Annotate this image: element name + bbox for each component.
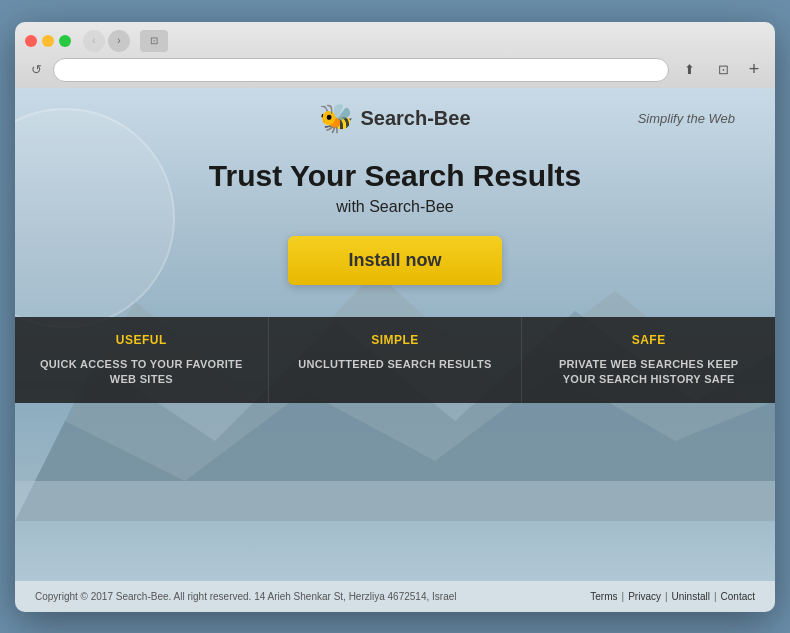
browser-content: 🐝 Search-Bee Simplify the Web Trust Your… [15,88,775,581]
site-header: 🐝 Search-Bee Simplify the Web [15,88,775,149]
svg-marker-3 [15,481,775,521]
feature-useful-label: USEFUL [35,333,248,347]
minimize-button[interactable] [42,35,54,47]
footer-link-contact[interactable]: Contact [721,591,755,602]
share-button[interactable]: ⬆ [675,59,703,81]
forward-button[interactable]: › [108,30,130,52]
tab-view-button[interactable]: ⊡ [140,30,168,52]
bee-logo-icon: 🐝 [319,102,354,135]
feature-safe-desc: PRIVATE WEB SEARCHES KEEP YOUR SEARCH HI… [542,357,755,388]
footer-links: Terms | Privacy | Uninstall | Contact [590,591,755,602]
address-bar-row: ↺ ⬆ ⊡ + [25,58,765,88]
hero-title: Trust Your Search Results [209,159,581,192]
feature-safe-label: SAFE [542,333,755,347]
footer-sep-1: | [622,591,625,602]
hero-section: Trust Your Search Results with Search-Be… [189,149,601,301]
footer-link-uninstall[interactable]: Uninstall [672,591,710,602]
footer-sep-3: | [714,591,717,602]
feature-safe: SAFE PRIVATE WEB SEARCHES KEEP YOUR SEAR… [522,317,775,404]
bookmark-button[interactable]: ⊡ [709,59,737,81]
back-button[interactable]: ‹ [83,30,105,52]
address-bar[interactable] [53,58,669,82]
browser-window: ‹ › ⊡ ↺ ⬆ ⊡ + [15,22,775,612]
footer-link-privacy[interactable]: Privacy [628,591,661,602]
logo-area: 🐝 Search-Bee [319,102,470,135]
browser-actions: ⬆ ⊡ + [675,59,765,81]
feature-simple-label: SIMPLE [289,333,502,347]
traffic-lights [25,35,71,47]
maximize-button[interactable] [59,35,71,47]
site-footer: Copyright © 2017 Search-Bee. All right r… [15,581,775,612]
new-tab-button[interactable]: + [743,59,765,81]
footer-sep-2: | [665,591,668,602]
logo-text: Search-Bee [360,107,470,130]
footer-copyright: Copyright © 2017 Search-Bee. All right r… [35,591,456,602]
nav-buttons: ‹ › [83,30,130,52]
tagline: Simplify the Web [638,111,735,126]
reload-button[interactable]: ↺ [25,59,47,81]
install-button[interactable]: Install now [288,236,501,285]
features-section: USEFUL QUICK ACCESS TO YOUR FAVORITE WEB… [15,317,775,404]
feature-useful-desc: QUICK ACCESS TO YOUR FAVORITE WEB SITES [35,357,248,388]
footer-link-terms[interactable]: Terms [590,591,617,602]
feature-useful: USEFUL QUICK ACCESS TO YOUR FAVORITE WEB… [15,317,269,404]
feature-simple: SIMPLE UNCLUTTERED SEARCH RESULTS [269,317,523,404]
close-button[interactable] [25,35,37,47]
browser-titlebar: ‹ › ⊡ [25,30,765,52]
browser-chrome: ‹ › ⊡ ↺ ⬆ ⊡ + [15,22,775,88]
feature-simple-desc: UNCLUTTERED SEARCH RESULTS [289,357,502,372]
hero-subtitle: with Search-Bee [209,198,581,216]
page-content: 🐝 Search-Bee Simplify the Web Trust Your… [15,88,775,404]
